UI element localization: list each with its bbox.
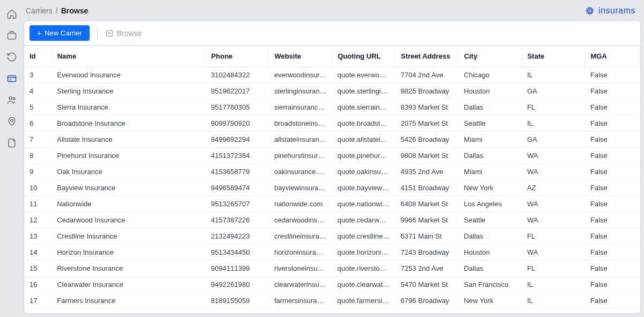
sidebar-item-location[interactable] <box>5 115 18 128</box>
col-header-state[interactable]: State <box>522 46 585 67</box>
cell-city: Dallas <box>458 261 522 277</box>
col-header-mga[interactable]: MGA <box>585 46 640 67</box>
cell-website: clearwaterinsurance.com <box>269 277 332 293</box>
sidebar-item-users[interactable] <box>5 93 18 106</box>
cell-mga: False <box>585 83 640 99</box>
cell-state: GA <box>522 83 585 99</box>
cell-website: broadstoneinsurance.com <box>269 116 332 132</box>
sidebar-item-home[interactable] <box>5 8 18 20</box>
browse-icon <box>105 29 114 38</box>
cell-id: 9 <box>24 164 52 180</box>
cell-state: WA <box>522 148 585 164</box>
col-header-quoting[interactable]: Quoting URL <box>332 46 396 67</box>
sidebar-item-carriers[interactable] <box>5 72 18 85</box>
refresh-icon <box>6 52 17 62</box>
cell-id: 3 <box>24 67 52 83</box>
table-row[interactable]: 7Allstate Insurance9499692294allstateins… <box>24 132 640 148</box>
sidebar-item-refresh[interactable] <box>5 51 18 63</box>
cell-city: Dallas <box>458 309 522 314</box>
col-header-phone[interactable]: Phone <box>206 46 269 67</box>
table-row[interactable]: 14Horizon Insurance9513434450horizoninsu… <box>24 244 640 261</box>
cell-city: Chicago <box>458 67 522 83</box>
cell-street: 5426 Broadway <box>396 132 459 148</box>
svg-point-6 <box>589 7 590 10</box>
cell-city: Los Angeles <box>458 196 522 212</box>
cell-state: IL <box>522 67 585 83</box>
cell-phone: 9492261980 <box>206 277 269 293</box>
table-row[interactable]: 5Sierra Insurance9517760305sierrainsuran… <box>24 99 640 116</box>
cell-name: Horizon Insurance <box>52 244 206 261</box>
cell-phone: 9094111399 <box>206 261 269 277</box>
cell-phone: 9513265707 <box>206 196 269 212</box>
cell-id: 11 <box>24 196 52 212</box>
svg-rect-0 <box>8 33 16 39</box>
cell-phone: 9517760305 <box>206 99 269 116</box>
plus-icon: + <box>37 30 41 37</box>
cell-website: sierrainsurance.com <box>269 99 332 116</box>
table-row[interactable]: 8Pinehurst Insurance4151372384pinehursti… <box>24 148 640 164</box>
briefcase-icon <box>6 30 17 41</box>
cell-quoting: quote.crestlineinsurance.com <box>332 228 396 244</box>
brand-icon <box>584 5 595 16</box>
cell-phone: 9499692294 <box>206 132 269 148</box>
cell-state: IL <box>522 277 585 293</box>
table-body: 3Everwood Insurance3102484322everwoodins… <box>24 67 640 314</box>
col-header-id[interactable]: Id <box>24 46 52 67</box>
cell-city: Seattle <box>458 116 522 132</box>
table-row[interactable]: 12Cedarwood Insurance4157387226cedarwood… <box>24 212 640 228</box>
cell-street: 9808 Market St <box>396 148 459 164</box>
table-row[interactable]: 3Everwood Insurance3102484322everwoodins… <box>24 67 640 83</box>
table-row[interactable]: 18Progressive6198078155progressive.comqu… <box>24 309 640 314</box>
table-row[interactable]: 9Oak Insurance4153658779oakinsurance.com… <box>24 164 640 180</box>
cell-street: 2407 2nd Ave <box>396 309 459 314</box>
cell-mga: False <box>585 293 640 309</box>
brand-logo[interactable]: insurams <box>584 5 635 16</box>
cell-quoting: quote.clearwaterinsurance.com <box>332 277 396 293</box>
cell-name: Allstate Insurance <box>52 132 206 148</box>
cell-name: Farmers Insurance <box>52 293 206 309</box>
users-icon <box>6 95 17 105</box>
cell-mga: False <box>585 99 640 116</box>
cell-id: 13 <box>24 228 52 244</box>
cell-street: 7253 2nd Ave <box>396 261 459 277</box>
table-row[interactable]: 16Clearwater Insurance9492261980clearwat… <box>24 277 640 293</box>
cell-city: Seattle <box>458 212 522 228</box>
svg-point-3 <box>13 97 15 99</box>
sidebar-item-briefcase[interactable] <box>5 29 18 42</box>
toolbar-browse-button[interactable]: Browse <box>105 29 142 38</box>
table-row[interactable]: 4Sterling Insurance9519622017sterlingins… <box>24 83 640 99</box>
table-row[interactable]: 17Farmers Insurance8189155059farmersinsu… <box>24 293 640 309</box>
cell-mga: False <box>585 277 640 293</box>
cell-phone: 4153658779 <box>206 164 269 180</box>
toolbar-divider <box>97 27 98 39</box>
cell-state: AZ <box>522 180 585 196</box>
cell-quoting: quote.bayviewinsurance.com <box>332 180 396 196</box>
cell-website: horizoninsurance.com <box>269 244 332 261</box>
col-header-website[interactable]: Website <box>269 46 332 67</box>
cell-quoting: quote.broadstoneinsurance.com <box>332 116 396 132</box>
cell-name: Nationwide <box>52 196 206 212</box>
breadcrumb-parent[interactable]: Carriers <box>26 6 53 15</box>
cell-state: FL <box>522 228 585 244</box>
table-row[interactable]: 13Crestline Insurance2132494223crestline… <box>24 228 640 244</box>
cell-state: WA <box>522 196 585 212</box>
sidebar-item-documents[interactable] <box>5 136 18 149</box>
table-row[interactable]: 10Bayview Insurance9496589474bayviewinsu… <box>24 180 640 196</box>
cell-state: GA <box>522 132 585 148</box>
cell-mga: False <box>585 132 640 148</box>
cell-mga: False <box>585 67 640 83</box>
cell-website: oakinsurance.com <box>269 164 332 180</box>
col-header-name[interactable]: Name <box>52 46 206 67</box>
col-header-city[interactable]: City <box>458 46 522 67</box>
cell-name: Sterling Insurance <box>52 83 206 99</box>
table-row[interactable]: 11Nationwide9513265707nationwide.comquot… <box>24 196 640 212</box>
toolbar-browse-label: Browse <box>117 29 142 38</box>
cell-id: 15 <box>24 261 52 277</box>
cell-city: Dallas <box>458 148 522 164</box>
table-row[interactable]: 6Broadstone Insurance9099790920broadston… <box>24 116 640 132</box>
table-row[interactable]: 15Riverstone Insurance9094111399riversto… <box>24 261 640 277</box>
new-carrier-button[interactable]: + New Carrier <box>30 25 90 41</box>
carriers-table: Id Name Phone Website Quoting URL Street… <box>24 46 640 314</box>
col-header-street[interactable]: Street Address <box>396 46 459 67</box>
cell-city: Miami <box>458 164 522 180</box>
